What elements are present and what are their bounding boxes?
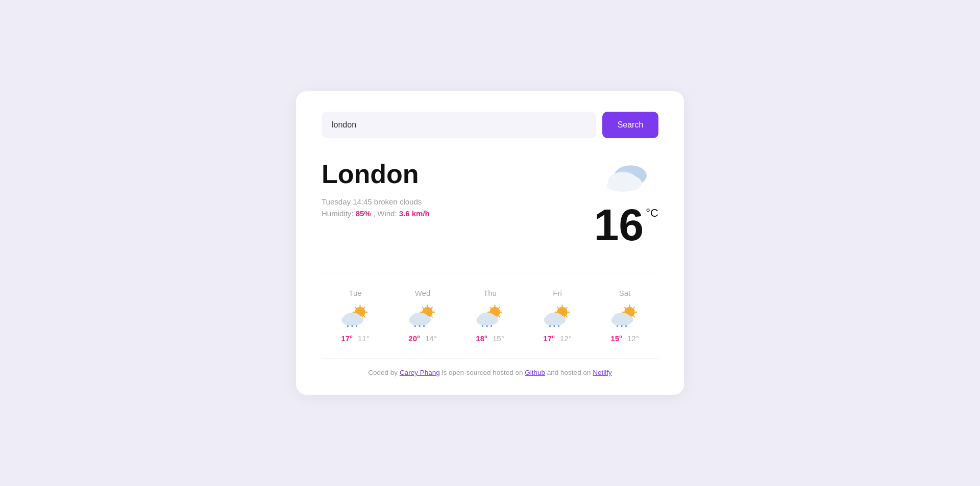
svg-point-92 <box>621 325 622 327</box>
svg-line-66 <box>566 316 567 317</box>
svg-line-67 <box>566 307 567 308</box>
svg-point-20 <box>351 325 353 327</box>
svg-point-37 <box>414 325 416 327</box>
forecast-high: 17° <box>341 334 353 343</box>
footer: Coded by Carey Phang is open-sourced hos… <box>322 358 658 376</box>
svg-point-75 <box>558 325 559 327</box>
svg-line-29 <box>423 307 424 308</box>
forecast-low: 14° <box>425 334 437 343</box>
forecast-day: Tue <box>340 289 371 343</box>
footer-github-link[interactable]: Github <box>525 369 545 376</box>
weather-card: Search London Tuesday 14:45 broken cloud… <box>296 91 684 395</box>
svg-point-55 <box>482 325 483 327</box>
forecast-high: 17° <box>543 334 555 343</box>
weather-meta: Humidity: 85% , Wind: 3.6 km/h <box>322 209 430 218</box>
forecast-temps: 15° 12° <box>610 334 639 343</box>
forecast-high: 20° <box>408 334 420 343</box>
forecast-high: 15° <box>610 334 622 343</box>
svg-point-57 <box>491 325 492 327</box>
search-input[interactable] <box>322 112 596 138</box>
svg-point-93 <box>625 325 627 327</box>
footer-text-before: Coded by <box>368 369 400 376</box>
wind-separator: , <box>373 209 377 218</box>
svg-point-91 <box>617 325 618 327</box>
svg-line-47 <box>490 307 491 308</box>
weather-main: London Tuesday 14:45 broken clouds Humid… <box>322 159 658 247</box>
svg-line-31 <box>431 307 432 308</box>
forecast-day-label: Wed <box>415 289 431 297</box>
forecast-temps: 17° 11° <box>341 334 369 343</box>
forecast-low: 11° <box>358 334 370 343</box>
forecast-day: Sat <box>609 289 640 343</box>
forecast-day-label: Fri <box>553 289 562 297</box>
weather-description: Tuesday 14:45 broken clouds <box>322 197 430 206</box>
svg-line-49 <box>499 307 500 308</box>
forecast-icon <box>609 302 640 329</box>
svg-point-19 <box>347 325 349 327</box>
footer-text-middle: is open-sourced hosted on <box>440 369 525 376</box>
cloud-svg <box>601 159 652 194</box>
svg-point-90 <box>612 318 631 325</box>
svg-line-65 <box>557 307 558 308</box>
forecast-temps: 18° 15° <box>476 334 504 343</box>
search-row: Search <box>322 112 658 138</box>
forecast-icon <box>475 302 505 329</box>
svg-line-11 <box>355 307 356 308</box>
svg-line-13 <box>364 307 365 308</box>
svg-point-21 <box>356 325 357 327</box>
svg-point-39 <box>423 325 425 327</box>
temperature-display: 16 °C <box>594 202 658 247</box>
forecast-day: Fri <box>542 289 573 343</box>
forecast-high: 18° <box>476 334 487 343</box>
forecast-temps: 17° 12° <box>543 334 571 343</box>
forecast-day: Thu <box>475 289 505 343</box>
forecast-day-label: Tue <box>349 289 361 297</box>
svg-point-72 <box>545 318 564 325</box>
weather-info-left: London Tuesday 14:45 broken clouds Humid… <box>322 159 430 218</box>
humidity-value: 85% <box>356 209 371 218</box>
svg-point-38 <box>419 325 420 327</box>
footer-author-link[interactable]: Carey Phang <box>400 369 440 376</box>
search-button[interactable]: Search <box>602 112 658 138</box>
forecast-row: Tue <box>322 273 658 343</box>
svg-point-5 <box>606 180 639 192</box>
wind-label: Wind: <box>377 209 397 218</box>
forecast-temps: 20° 14° <box>408 334 436 343</box>
weather-info-right: 16 °C <box>594 159 658 247</box>
svg-line-85 <box>633 307 634 308</box>
svg-point-56 <box>486 325 487 327</box>
current-weather-icon <box>601 159 652 194</box>
svg-point-54 <box>477 318 497 325</box>
svg-point-36 <box>410 318 429 325</box>
svg-point-73 <box>549 325 551 327</box>
forecast-low: 12° <box>627 334 639 343</box>
forecast-icon <box>542 302 573 329</box>
forecast-icon <box>407 302 438 329</box>
svg-line-12 <box>364 316 365 317</box>
forecast-icon <box>340 302 371 329</box>
temperature-unit: °C <box>646 207 658 220</box>
svg-point-74 <box>553 325 555 327</box>
forecast-day-label: Sat <box>619 289 631 297</box>
svg-point-18 <box>342 318 362 325</box>
svg-line-84 <box>633 316 634 317</box>
forecast-low: 12° <box>560 334 572 343</box>
city-name: London <box>322 159 430 189</box>
forecast-low: 15° <box>493 334 504 343</box>
svg-line-83 <box>625 307 626 308</box>
footer-netlify-link[interactable]: Netlify <box>593 369 612 376</box>
footer-text-after: and hosted on <box>545 369 593 376</box>
temperature-value: 16 <box>594 202 644 247</box>
forecast-day: Wed <box>407 289 438 343</box>
humidity-label: Humidity: <box>322 209 354 218</box>
wind-value: 3.6 km/h <box>399 209 430 218</box>
forecast-day-label: Thu <box>483 289 497 297</box>
svg-line-48 <box>499 316 500 317</box>
svg-line-30 <box>431 316 432 317</box>
